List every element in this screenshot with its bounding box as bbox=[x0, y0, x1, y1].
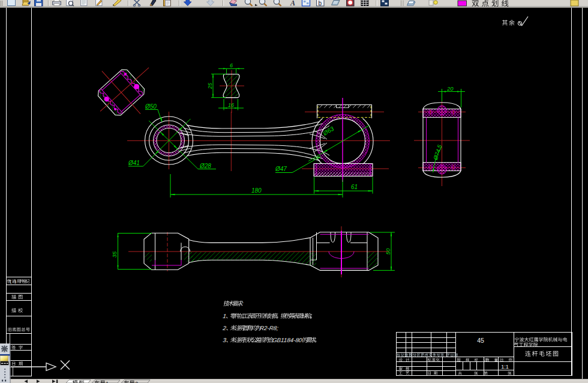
svg-text:Ø41: Ø41 bbox=[128, 160, 140, 166]
svg-text:20: 20 bbox=[446, 85, 454, 92]
svg-text:50: 50 bbox=[385, 248, 391, 255]
svg-text:6: 6 bbox=[230, 62, 233, 68]
svg-text:R2-R8;: R2-R8; bbox=[259, 325, 279, 331]
svg-text:b: b bbox=[319, 0, 322, 7]
svg-text:61: 61 bbox=[351, 184, 358, 190]
svg-text:16: 16 bbox=[228, 102, 234, 108]
svg-text:45: 45 bbox=[477, 337, 484, 344]
svg-text:): ) bbox=[15, 279, 16, 284]
svg-text:1: 1 bbox=[106, 380, 109, 383]
svg-text:Ø50: Ø50 bbox=[145, 103, 157, 110]
svg-text:25: 25 bbox=[207, 82, 213, 89]
svg-text:2: 2 bbox=[135, 380, 138, 383]
svg-text:A: A bbox=[290, 0, 295, 7]
svg-text:Ø28: Ø28 bbox=[199, 163, 211, 169]
svg-text:GB1184-80: GB1184-80 bbox=[272, 337, 302, 343]
svg-text:35: 35 bbox=[111, 251, 118, 258]
svg-text:Ø47: Ø47 bbox=[275, 166, 287, 172]
svg-text:1:1: 1:1 bbox=[501, 364, 509, 370]
svg-text:180: 180 bbox=[251, 187, 262, 194]
